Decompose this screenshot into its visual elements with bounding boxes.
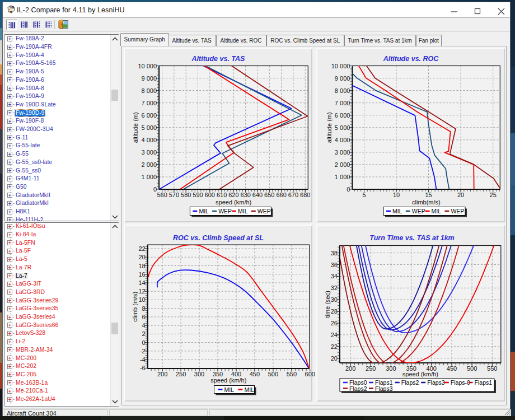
svg-text:610: 610 — [217, 192, 227, 198]
svg-text:WEP: WEP — [258, 208, 271, 214]
svg-text:22: 22 — [138, 245, 145, 252]
svg-text:Altitude vs. ROC: Altitude vs. ROC — [383, 55, 439, 63]
svg-text:MIL: MIL — [392, 208, 402, 214]
svg-text:4: 4 — [142, 322, 146, 329]
svg-text:MIL: MIL — [245, 386, 255, 393]
svg-text:6: 6 — [142, 314, 146, 320]
svg-text:6 000: 6 000 — [142, 112, 157, 119]
svg-text:climb(m/s): climb(m/s) — [412, 199, 441, 206]
svg-text:MIL: MIL — [238, 208, 248, 214]
svg-text:32: 32 — [331, 284, 338, 291]
svg-text:36: 36 — [331, 262, 338, 268]
svg-text:580: 580 — [181, 192, 191, 198]
svg-text:Flaps2: Flaps2 — [401, 379, 419, 386]
svg-text:Flaps1: Flaps1 — [475, 379, 493, 386]
svg-text:ROC vs. Climb Speed at SL: ROC vs. Climb Speed at SL — [173, 234, 264, 242]
svg-text:22: 22 — [331, 343, 338, 350]
svg-text:30: 30 — [331, 296, 338, 303]
svg-text:MIL: MIL — [432, 208, 442, 214]
svg-text:-6: -6 — [140, 365, 146, 371]
svg-text:15: 15 — [425, 192, 432, 198]
svg-text:10: 10 — [138, 296, 145, 303]
svg-text:0: 0 — [153, 186, 157, 193]
svg-text:Altitude vs. TAS: Altitude vs. TAS — [191, 55, 246, 63]
svg-text:3 000: 3 000 — [142, 149, 157, 156]
svg-text:24: 24 — [331, 332, 338, 338]
svg-text:-4: -4 — [140, 356, 146, 363]
svg-text:560: 560 — [157, 192, 167, 198]
svg-text:500: 500 — [467, 365, 477, 372]
svg-text:650: 650 — [264, 192, 274, 198]
svg-text:620: 620 — [228, 192, 238, 198]
svg-text:-2: -2 — [140, 348, 146, 354]
svg-text:MIL: MIL — [224, 386, 235, 393]
svg-text:speed (km/h): speed (km/h) — [210, 377, 246, 384]
svg-text:550: 550 — [287, 371, 297, 377]
svg-text:570: 570 — [169, 192, 179, 198]
svg-text:8: 8 — [142, 305, 146, 312]
svg-text:8 000: 8 000 — [335, 87, 350, 94]
svg-text:14: 14 — [138, 279, 145, 286]
svg-text:Flaps3: Flaps3 — [427, 379, 445, 386]
svg-text:WEP: WEP — [412, 208, 425, 214]
svg-text:250: 250 — [366, 365, 376, 372]
svg-text:10: 10 — [393, 192, 400, 198]
svg-text:25: 25 — [490, 192, 497, 198]
svg-text:8 000: 8 000 — [142, 87, 157, 94]
svg-text:18: 18 — [138, 263, 145, 269]
svg-text:WEP: WEP — [218, 208, 232, 214]
svg-text:26: 26 — [331, 320, 338, 326]
svg-text:time (sec): time (sec) — [324, 291, 331, 318]
svg-text:Flaps2: Flaps2 — [349, 385, 367, 392]
svg-text:450: 450 — [447, 365, 457, 372]
svg-text:0: 0 — [142, 339, 146, 346]
svg-text:2 000: 2 000 — [142, 161, 157, 168]
svg-text:6 000: 6 000 — [335, 112, 350, 119]
svg-text:250: 250 — [176, 371, 186, 377]
svg-text:altitude (m): altitude (m) — [326, 112, 333, 143]
svg-text:altitude (m): altitude (m) — [132, 112, 139, 143]
svg-text:Turn Time vs. TAS at 1km: Turn Time vs. TAS at 1km — [369, 234, 454, 242]
svg-text:3 000: 3 000 — [335, 149, 350, 156]
svg-text:Flaps-0: Flaps-0 — [451, 379, 470, 386]
svg-text:38: 38 — [331, 250, 338, 256]
svg-text:7 000: 7 000 — [335, 100, 350, 106]
svg-text:10 000: 10 000 — [138, 63, 157, 69]
svg-text:5: 5 — [362, 192, 366, 198]
svg-text:20: 20 — [331, 355, 338, 362]
svg-text:600: 600 — [205, 192, 215, 198]
svg-text:speed (km/h): speed (km/h) — [216, 199, 251, 206]
svg-text:7 000: 7 000 — [142, 100, 157, 106]
svg-text:34: 34 — [331, 273, 338, 279]
svg-text:300: 300 — [194, 371, 204, 377]
svg-text:660: 660 — [276, 192, 286, 198]
svg-text:28: 28 — [331, 308, 338, 315]
svg-text:1 000: 1 000 — [335, 174, 350, 180]
svg-text:4 000: 4 000 — [142, 137, 157, 143]
svg-text:2 000: 2 000 — [335, 161, 350, 168]
svg-text:MIL: MIL — [199, 208, 209, 214]
svg-text:9 000: 9 000 — [335, 75, 350, 82]
svg-text:Flaps3: Flaps3 — [375, 385, 393, 392]
svg-text:4 000: 4 000 — [335, 137, 350, 143]
svg-text:200: 200 — [345, 365, 355, 372]
svg-text:640: 640 — [252, 192, 263, 198]
svg-text:600: 600 — [305, 371, 315, 377]
svg-text:12: 12 — [138, 288, 145, 295]
svg-text:climb (m/s): climb (m/s) — [132, 292, 138, 322]
svg-text:5 000: 5 000 — [335, 124, 350, 131]
svg-text:500: 500 — [268, 371, 278, 377]
svg-text:1 000: 1 000 — [142, 174, 157, 180]
svg-text:20: 20 — [457, 192, 464, 198]
svg-text:200: 200 — [157, 371, 167, 377]
svg-text:5 000: 5 000 — [142, 124, 157, 131]
svg-text:10 000: 10 000 — [331, 63, 350, 69]
svg-text:550: 550 — [487, 365, 497, 372]
svg-text:9 000: 9 000 — [142, 75, 157, 82]
svg-text:680: 680 — [300, 192, 310, 198]
svg-text:670: 670 — [288, 192, 298, 198]
svg-text:590: 590 — [193, 192, 203, 198]
svg-text:WEP: WEP — [451, 208, 464, 214]
svg-text:16: 16 — [138, 271, 145, 278]
svg-text:0: 0 — [347, 186, 350, 193]
